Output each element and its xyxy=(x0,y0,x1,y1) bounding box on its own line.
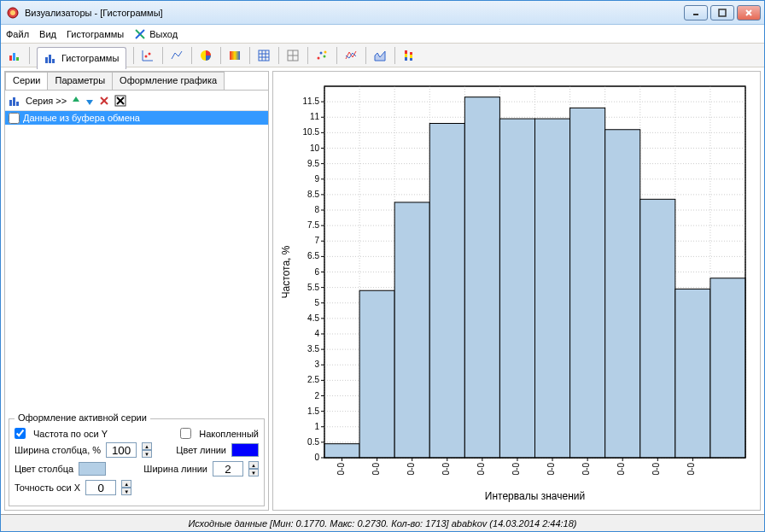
svg-point-1 xyxy=(10,10,15,15)
titlebar: Визуализаторы - [Гистограммы] xyxy=(1,1,764,25)
svg-rect-138 xyxy=(605,129,640,457)
histogram-chart: 00.511.522.533.544.555.566.577.588.599.5… xyxy=(277,78,756,505)
x-prec-input[interactable] xyxy=(85,480,116,495)
svg-text:0-0: 0-0 xyxy=(511,462,521,475)
line-width-input[interactable] xyxy=(213,461,243,476)
histogram-icon xyxy=(44,52,56,64)
svg-text:3: 3 xyxy=(314,360,319,369)
series-checkbox[interactable] xyxy=(9,113,20,124)
svg-text:5.5: 5.5 xyxy=(307,282,319,291)
tab-style[interactable]: Оформление графика xyxy=(112,72,225,90)
minimize-button[interactable] xyxy=(684,5,708,20)
svg-text:0-0: 0-0 xyxy=(441,462,451,475)
menu-view[interactable]: Вид xyxy=(39,29,56,39)
svg-point-27 xyxy=(320,51,323,54)
col-width-input[interactable] xyxy=(106,442,137,458)
series-icon xyxy=(9,95,20,107)
col-width-label: Ширина столбца, % xyxy=(15,445,101,455)
maximize-button[interactable] xyxy=(710,5,734,20)
svg-text:6: 6 xyxy=(314,266,319,276)
tab-series[interactable]: Серии xyxy=(5,72,48,90)
svg-rect-136 xyxy=(535,119,570,458)
svg-point-29 xyxy=(324,50,327,53)
x-prec-label: Точность оси X xyxy=(15,482,80,493)
tab-params[interactable]: Параметры xyxy=(47,72,113,90)
status-text: Исходные данные [Мин: 0.1770. Макс: 0.27… xyxy=(188,518,576,529)
arrow-up-icon[interactable] xyxy=(72,95,80,107)
svg-rect-36 xyxy=(9,100,12,106)
tab-histograms[interactable]: Гистограммы xyxy=(37,47,126,69)
svg-text:1: 1 xyxy=(314,421,319,430)
tool-gradient-icon[interactable] xyxy=(225,46,245,65)
tool-area-icon[interactable] xyxy=(370,46,390,65)
col-width-spinner[interactable]: ▲▼ xyxy=(142,442,152,458)
svg-point-14 xyxy=(145,55,148,57)
tool-multiline-icon[interactable] xyxy=(341,46,361,65)
svg-rect-139 xyxy=(640,199,675,458)
svg-text:9.5: 9.5 xyxy=(307,158,319,167)
bar-color-swatch[interactable] xyxy=(79,462,106,476)
svg-text:0-0: 0-0 xyxy=(406,462,416,475)
svg-text:Интервалы значений: Интервалы значений xyxy=(485,490,585,502)
line-width-label: Ширина линии xyxy=(143,464,207,474)
svg-rect-8 xyxy=(9,56,12,61)
menu-file[interactable]: Файл xyxy=(6,29,29,39)
accum-checkbox[interactable] xyxy=(180,428,191,439)
svg-point-15 xyxy=(149,52,151,55)
svg-rect-37 xyxy=(13,97,15,106)
svg-text:0-0: 0-0 xyxy=(546,462,556,475)
tool-xy-icon[interactable] xyxy=(137,46,158,65)
svg-text:4.5: 4.5 xyxy=(307,313,319,322)
menu-hist[interactable]: Гистограммы xyxy=(67,29,124,39)
svg-point-28 xyxy=(324,55,326,57)
tool-pie-icon[interactable] xyxy=(196,46,216,65)
tool-grid-icon[interactable] xyxy=(283,46,303,65)
svg-rect-11 xyxy=(45,57,48,63)
series-item[interactable]: Данные из буфера обмена xyxy=(5,111,268,125)
close-button[interactable] xyxy=(737,5,761,20)
svg-rect-33 xyxy=(410,52,412,55)
svg-text:11.5: 11.5 xyxy=(303,96,320,106)
tool-scatter-icon[interactable] xyxy=(312,46,332,65)
series-list[interactable]: Данные из буфера обмена xyxy=(5,111,268,415)
app-icon xyxy=(6,6,20,20)
line-color-label: Цвет линии xyxy=(176,445,226,455)
svg-text:0-0: 0-0 xyxy=(581,462,591,475)
svg-rect-38 xyxy=(16,102,19,106)
svg-text:Частота, %: Частота, % xyxy=(280,245,292,298)
svg-rect-134 xyxy=(464,96,499,457)
active-series-group: Оформление активной серии Частота по оси… xyxy=(9,418,265,506)
svg-rect-30 xyxy=(405,50,407,54)
svg-text:8: 8 xyxy=(314,205,319,214)
group-legend: Оформление активной серии xyxy=(15,412,150,423)
svg-rect-130 xyxy=(324,443,359,457)
svg-rect-131 xyxy=(359,290,394,458)
line-color-swatch[interactable] xyxy=(231,443,259,457)
svg-text:4: 4 xyxy=(314,329,319,338)
svg-rect-32 xyxy=(405,57,407,61)
svg-text:2: 2 xyxy=(314,390,319,400)
svg-rect-17 xyxy=(230,51,240,60)
svg-rect-9 xyxy=(13,53,15,61)
arrow-down-icon[interactable] xyxy=(85,95,94,107)
tool-stacked-icon[interactable] xyxy=(399,46,419,65)
line-width-spinner[interactable]: ▲▼ xyxy=(248,461,259,476)
svg-text:0-0: 0-0 xyxy=(616,462,626,475)
svg-text:10.5: 10.5 xyxy=(303,127,320,137)
accum-label: Накопленный xyxy=(199,429,259,439)
x-prec-spinner[interactable]: ▲▼ xyxy=(121,480,131,495)
svg-text:9: 9 xyxy=(314,173,319,183)
series-label[interactable]: Серия >> xyxy=(26,96,67,106)
svg-rect-135 xyxy=(499,119,534,458)
svg-rect-132 xyxy=(394,202,429,457)
freq-y-checkbox[interactable] xyxy=(15,428,26,439)
svg-rect-10 xyxy=(16,57,19,61)
svg-text:3.5: 3.5 xyxy=(307,344,319,354)
delete-icon[interactable] xyxy=(99,96,109,106)
clear-all-icon[interactable] xyxy=(114,95,126,107)
svg-rect-3 xyxy=(719,9,726,16)
menu-exit[interactable]: Выход xyxy=(134,28,178,40)
tool-bars-icon[interactable] xyxy=(4,46,25,65)
tool-line-icon[interactable] xyxy=(166,46,187,65)
tool-table-icon[interactable] xyxy=(254,46,274,65)
